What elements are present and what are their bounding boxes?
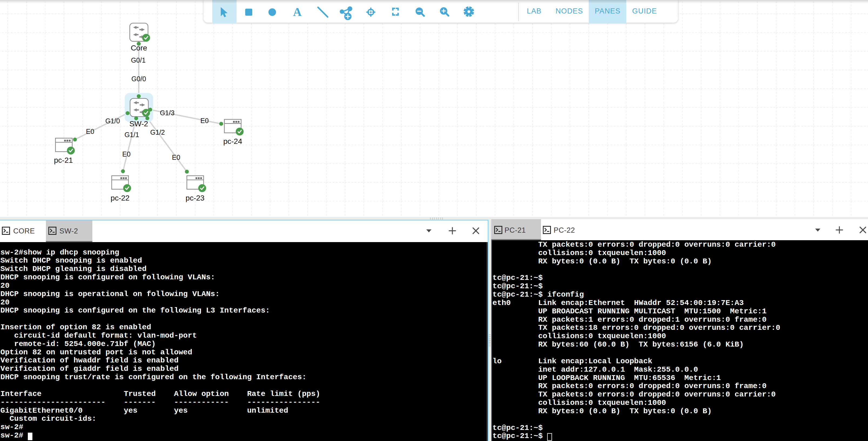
svg-text:A: A (293, 5, 302, 19)
svg-text:G1/3: G1/3 (160, 109, 175, 116)
svg-text:G1/1: G1/1 (124, 131, 139, 138)
svg-text:E0: E0 (172, 154, 180, 161)
svg-text:E0: E0 (86, 128, 94, 135)
svg-text:SW-2: SW-2 (129, 120, 148, 128)
svg-text:G1/2: G1/2 (150, 129, 165, 136)
svg-text:pc-23: pc-23 (186, 194, 205, 202)
svg-text:G0/1: G0/1 (131, 57, 146, 64)
svg-text:E0: E0 (200, 117, 209, 125)
svg-text:E0: E0 (122, 150, 131, 158)
svg-text:G0/0: G0/0 (131, 75, 146, 82)
svg-text:pc-24: pc-24 (223, 137, 242, 145)
svg-text:pc-21: pc-21 (54, 156, 73, 164)
svg-text:pc-22: pc-22 (111, 194, 130, 202)
svg-text:Core: Core (131, 44, 147, 52)
svg-text:G1/0: G1/0 (105, 117, 120, 125)
